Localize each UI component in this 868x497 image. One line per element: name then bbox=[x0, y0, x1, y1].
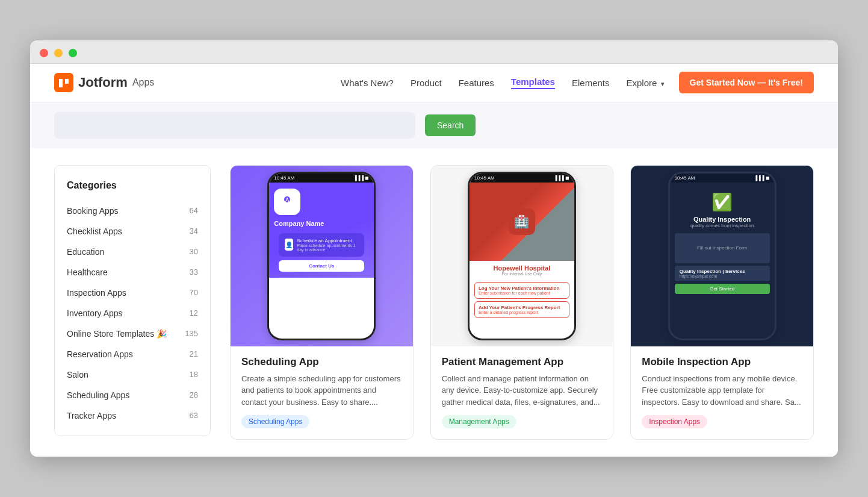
get-started-button[interactable]: Get Started Now — It's Free! bbox=[679, 72, 814, 93]
hospital-icon: 🏥 bbox=[509, 208, 535, 235]
sidebar-item-healthcare[interactable]: Healthcare 33 bbox=[55, 262, 210, 283]
sidebar-item-education[interactable]: Education 30 bbox=[55, 242, 210, 262]
categories-title: Categories bbox=[55, 180, 210, 201]
phone-mockup-scheduling: 10:45 AM ▐▐▐ ◼ A Company bbox=[231, 166, 413, 346]
logo-apps-text: Apps bbox=[132, 77, 154, 88]
inspection-header: ✅ Quality Inspection quality comes from … bbox=[670, 183, 775, 233]
main-content: Categories Booking Apps 64 Checklist App… bbox=[30, 148, 838, 457]
close-button[interactable] bbox=[40, 49, 48, 57]
card-patient-preview: 10:45 AM ▐▐▐ ◼ 🏥 Hopewell Hospital For I… bbox=[431, 166, 613, 346]
hospital-top: 🏥 bbox=[470, 183, 574, 261]
phone-mockup-inspection: 10:45 AM ▐▐▐ ◼ ✅ Quality Inspection qual… bbox=[631, 166, 813, 346]
card-patient-body: Patient Management App Collect and manag… bbox=[431, 346, 613, 440]
card-inspection-title: Mobile Inspection App bbox=[642, 356, 802, 368]
browser-window: Jotform Apps What's New? Product Feature… bbox=[30, 40, 838, 457]
card-patient-title: Patient Management App bbox=[442, 356, 603, 368]
card-scheduling-body: Scheduling App Create a simple schedulin… bbox=[231, 346, 413, 440]
card-inspection-body: Mobile Inspection App Conduct inspection… bbox=[631, 346, 813, 440]
hospital-subtitle: For Internal Use Only bbox=[474, 272, 569, 276]
sidebar-item-checklist-apps[interactable]: Checklist Apps 34 bbox=[55, 221, 210, 242]
schedule-icon: 👤 bbox=[285, 239, 293, 251]
section-subtitle: Plase schedule appointments 1 day in adv… bbox=[297, 243, 358, 252]
sidebar-item-scheduling-apps[interactable]: Scheduling Apps 28 bbox=[55, 385, 210, 405]
card-patient-desc: Collect and manage patient information o… bbox=[442, 373, 603, 408]
inspection-app-title: Quality Inspection bbox=[693, 216, 751, 223]
search-button[interactable]: Search bbox=[425, 114, 476, 136]
hospital-title-block: Hopewell Hospital For Internal Use Only bbox=[470, 261, 574, 280]
hospital-name: Hopewell Hospital bbox=[474, 264, 569, 272]
logo-jotform-text: Jotform bbox=[78, 75, 128, 90]
card-inspection-app[interactable]: 10:45 AM ▐▐▐ ◼ ✅ Quality Inspection qual… bbox=[630, 165, 814, 440]
maximize-button[interactable] bbox=[69, 49, 77, 57]
progress-report-button[interactable]: Add Your Patient's Progress Report Enter… bbox=[474, 301, 569, 318]
nav-links: What's New? Product Features Templates E… bbox=[341, 77, 664, 89]
hero-section: Search bbox=[30, 102, 838, 148]
section-title: Schedule an Appointment bbox=[297, 238, 358, 243]
contact-button[interactable]: Contact Us bbox=[279, 260, 364, 272]
checkmark-icon: ✅ bbox=[711, 192, 733, 212]
nav-explore[interactable]: Explore ▾ bbox=[626, 78, 664, 88]
status-bar-patient: 10:45 AM ▐▐▐ ◼ bbox=[470, 173, 574, 183]
sidebar-item-inspection-apps[interactable]: Inspection Apps 70 bbox=[55, 283, 210, 303]
nav-whats-new[interactable]: What's New? bbox=[341, 78, 394, 88]
search-bar[interactable] bbox=[54, 112, 415, 139]
sidebar-item-reservation-apps[interactable]: Reservation Apps 21 bbox=[55, 344, 210, 364]
schedule-section: 👤 Schedule an Appointment Plase schedule… bbox=[279, 233, 364, 257]
card-scheduling-title: Scheduling App bbox=[241, 356, 402, 368]
inspection-app-sub: quality comes from inspection bbox=[690, 223, 754, 228]
svg-text:A: A bbox=[285, 197, 290, 204]
company-logo: A bbox=[274, 189, 300, 215]
sidebar-item-online-store-templates[interactable]: Online Store Templates 🎉 135 bbox=[55, 324, 210, 344]
card-patient-tag[interactable]: Management Apps bbox=[442, 415, 516, 428]
card-inspection-preview: 10:45 AM ▐▐▐ ◼ ✅ Quality Inspection qual… bbox=[631, 166, 813, 346]
nav-elements[interactable]: Elements bbox=[572, 78, 610, 88]
sidebar-item-salon[interactable]: Salon 18 bbox=[55, 364, 210, 385]
inspection-image: Fill out Inspection Form bbox=[675, 233, 770, 263]
card-patient-app[interactable]: 10:45 AM ▐▐▐ ◼ 🏥 Hopewell Hospital For I… bbox=[430, 165, 614, 440]
phone-frame-inspection: 10:45 AM ▐▐▐ ◼ ✅ Quality Inspection qual… bbox=[668, 172, 777, 340]
inspection-cta[interactable]: Get Started bbox=[675, 284, 770, 294]
card-scheduling-preview: 10:45 AM ▐▐▐ ◼ A Company bbox=[231, 166, 413, 346]
nav-templates[interactable]: Templates bbox=[511, 77, 555, 89]
card-inspection-desc: Conduct inspections from any mobile devi… bbox=[642, 373, 802, 408]
card-scheduling-app[interactable]: 10:45 AM ▐▐▐ ◼ A Company bbox=[230, 165, 414, 440]
inspection-service: Quality Inspection | Services https://ex… bbox=[675, 266, 770, 281]
status-bar-inspection: 10:45 AM ▐▐▐ ◼ bbox=[670, 173, 775, 183]
card-scheduling-tag[interactable]: Scheduling Apps bbox=[241, 415, 309, 428]
logo[interactable]: Jotform Apps bbox=[54, 73, 154, 92]
card1-content: A Company Name 👤 Schedule an Appointment… bbox=[269, 183, 374, 278]
svg-rect-0 bbox=[54, 73, 73, 92]
navigation: Jotform Apps What's New? Product Feature… bbox=[30, 64, 838, 102]
phone-mockup-patient: 10:45 AM ▐▐▐ ◼ 🏥 Hopewell Hospital For I… bbox=[431, 166, 613, 346]
company-logo-icon: A bbox=[280, 195, 294, 209]
sidebar: Categories Booking Apps 64 Checklist App… bbox=[54, 165, 211, 436]
sidebar-item-inventory-apps[interactable]: Inventory Apps 12 bbox=[55, 303, 210, 324]
cards-grid: 10:45 AM ▐▐▐ ◼ A Company bbox=[230, 165, 814, 440]
jotform-logo-icon bbox=[54, 73, 73, 92]
phone-frame-patient: 10:45 AM ▐▐▐ ◼ 🏥 Hopewell Hospital For I… bbox=[468, 172, 576, 340]
company-name: Company Name bbox=[274, 220, 369, 227]
sidebar-item-booking-apps[interactable]: Booking Apps 64 bbox=[55, 201, 210, 221]
log-patient-button[interactable]: Log Your New Patient's Information Enter… bbox=[474, 282, 569, 299]
chevron-down-icon: ▾ bbox=[661, 80, 665, 87]
card-inspection-tag[interactable]: Inspection Apps bbox=[642, 415, 707, 428]
minimize-button[interactable] bbox=[54, 49, 63, 57]
browser-chrome bbox=[30, 40, 838, 64]
card-scheduling-desc: Create a simple scheduling app for custo… bbox=[241, 373, 402, 408]
nav-product[interactable]: Product bbox=[411, 78, 442, 88]
nav-features[interactable]: Features bbox=[459, 78, 494, 88]
status-bar: 10:45 AM ▐▐▐ ◼ bbox=[269, 173, 374, 183]
phone-frame-scheduling: 10:45 AM ▐▐▐ ◼ A Company bbox=[267, 172, 376, 340]
sidebar-item-tracker-apps[interactable]: Tracker Apps 63 bbox=[55, 405, 210, 426]
